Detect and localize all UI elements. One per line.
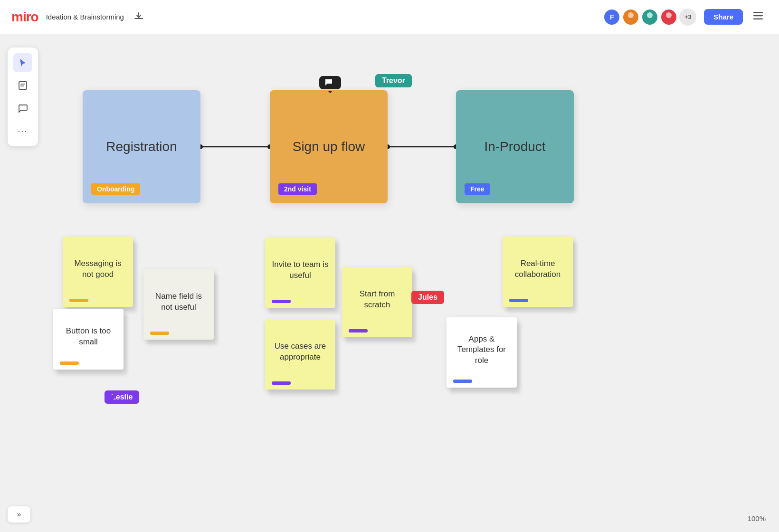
more-tools[interactable]: ···: [13, 122, 32, 141]
sticky-namefield[interactable]: Name field is not useful: [143, 269, 214, 340]
sticky-invite-text: Invite to team is useful: [272, 245, 329, 295]
signup-tag: 2nd visit: [278, 183, 317, 195]
avatar-4: [660, 9, 677, 26]
signup-title: Sign up flow: [293, 139, 365, 154]
avatar-1: F: [603, 9, 620, 26]
flow-card-inproduct[interactable]: In-Product Free: [456, 90, 574, 203]
sidebar: ···: [8, 48, 38, 146]
svg-rect-10: [753, 18, 763, 19]
flow-card-registration[interactable]: Registration Onboarding: [83, 90, 200, 203]
sticky-realtime[interactable]: Real-time collaboration: [503, 237, 573, 307]
collapse-button[interactable]: »: [8, 506, 30, 522]
svg-point-7: [665, 18, 673, 24]
sticky-scratch-text: Start from scratch: [349, 275, 406, 324]
registration-title: Registration: [106, 139, 177, 154]
export-button[interactable]: [130, 8, 148, 26]
sticky-button-small-text: Button is too small: [60, 316, 117, 357]
cursor-jules: Jules: [411, 291, 425, 304]
sticky-messaging-bar: [69, 299, 88, 302]
cursor-tool[interactable]: [13, 53, 32, 72]
svg-rect-9: [753, 15, 763, 16]
flow-card-signup[interactable]: Sign up flow 2nd visit: [270, 90, 388, 203]
cursor-trevor: Trevor: [375, 74, 392, 87]
sticky-apps-text: Apps & Templates for role: [453, 325, 510, 375]
sticky-usecases-text: Use cases are appropriate: [272, 327, 329, 377]
sticky-invite[interactable]: Invite to team is useful: [265, 238, 335, 308]
sticky-usecases-bar: [272, 381, 291, 385]
topbar: miro Ideation & Brainstorming F +3 Share: [0, 0, 779, 34]
jules-label: Jules: [418, 293, 437, 302]
registration-tag: Onboarding: [91, 183, 140, 195]
svg-point-3: [627, 18, 635, 24]
avatar-2: [622, 9, 639, 26]
sticky-messaging[interactable]: Messaging is not good: [63, 237, 133, 307]
chat-bubble[interactable]: [319, 76, 341, 89]
svg-rect-8: [753, 12, 763, 13]
sticky-namefield-text: Name field is not useful: [150, 277, 207, 327]
sticky-realtime-text: Real-time collaboration: [509, 244, 566, 294]
sticky-scratch[interactable]: Start from scratch: [342, 267, 412, 337]
zoom-indicator: 100%: [748, 514, 766, 522]
svg-point-2: [628, 12, 634, 18]
sticky-apps[interactable]: Apps & Templates for role: [446, 317, 517, 388]
collaborators-list: F +3: [603, 9, 696, 26]
avatar-3: [641, 9, 658, 26]
sticky-button-small[interactable]: Button is too small: [53, 309, 124, 370]
svg-rect-1: [138, 12, 139, 17]
sticky-tool[interactable]: [13, 76, 32, 95]
sticky-button-small-bar: [60, 361, 79, 365]
cursor-leslie: Leslie: [104, 390, 118, 404]
sticky-realtime-bar: [509, 299, 528, 302]
sticky-messaging-text: Messaging is not good: [69, 244, 126, 294]
svg-point-4: [647, 12, 653, 18]
sticky-invite-bar: [272, 300, 291, 303]
comment-tool[interactable]: [13, 99, 32, 118]
menu-button[interactable]: [749, 8, 768, 26]
inproduct-title: In-Product: [484, 139, 545, 154]
collab-count[interactable]: +3: [679, 9, 696, 26]
canvas[interactable]: Registration Onboarding Sign up flow 2nd…: [0, 34, 779, 532]
sticky-scratch-bar: [349, 329, 368, 332]
svg-point-5: [646, 18, 654, 24]
svg-point-6: [666, 12, 672, 18]
miro-logo: miro: [11, 10, 38, 25]
sticky-usecases[interactable]: Use cases are appropriate: [265, 319, 335, 390]
board-title[interactable]: Ideation & Brainstorming: [46, 13, 124, 21]
share-button[interactable]: Share: [704, 9, 743, 25]
sticky-namefield-bar: [150, 332, 169, 335]
sticky-apps-bar: [453, 380, 472, 383]
svg-rect-11: [19, 82, 27, 89]
inproduct-tag: Free: [465, 183, 490, 195]
